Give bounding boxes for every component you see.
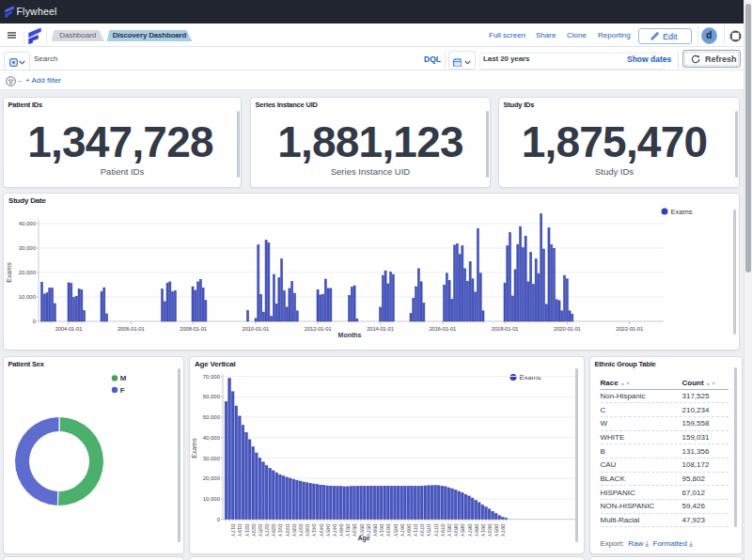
svg-text:2018-01-01: 2018-01-01 <box>492 326 519 332</box>
svg-text:047Y: 047Y <box>332 524 337 537</box>
svg-text:2014-01-01: 2014-01-01 <box>367 326 394 332</box>
svg-text:081Y: 081Y <box>446 524 452 537</box>
svg-text:2004-01-01: 2004-01-01 <box>55 326 83 332</box>
svg-text:025Y: 025Y <box>258 524 263 537</box>
svg-text:021Y: 021Y <box>244 524 250 537</box>
svg-text:50,000: 50,000 <box>203 414 221 420</box>
svg-text:077Y: 077Y <box>433 524 439 537</box>
svg-text:089Y: 089Y <box>474 524 479 537</box>
svg-text:2022-01-01: 2022-01-01 <box>616 326 643 332</box>
svg-text:059Y: 059Y <box>372 524 378 537</box>
svg-text:0: 0 <box>217 517 221 522</box>
svg-text:033Y: 033Y <box>285 524 290 537</box>
svg-text:10,000: 10,000 <box>19 294 37 300</box>
svg-text:F: F <box>120 386 125 395</box>
svg-text:085Y: 085Y <box>460 524 465 537</box>
svg-text:Months: Months <box>338 332 362 338</box>
svg-text:039Y: 039Y <box>305 524 310 537</box>
svg-text:043Y: 043Y <box>319 524 324 537</box>
svg-text:10,000: 10,000 <box>203 496 221 502</box>
svg-text:067Y: 067Y <box>400 524 405 537</box>
svg-text:069Y: 069Y <box>406 524 412 537</box>
svg-text:023Y: 023Y <box>251 524 257 537</box>
svg-text:031Y: 031Y <box>277 524 283 537</box>
svg-text:075Y: 075Y <box>426 524 431 537</box>
svg-text:Exams: Exams <box>6 262 12 283</box>
svg-text:073Y: 073Y <box>419 524 425 537</box>
svg-text:029Y: 029Y <box>271 524 276 537</box>
svg-text:2010-01-01: 2010-01-01 <box>243 326 270 332</box>
svg-text:30,000: 30,000 <box>19 245 37 251</box>
svg-text:Exams: Exams <box>520 373 541 381</box>
svg-text:40,000: 40,000 <box>19 221 37 226</box>
svg-text:095Y: 095Y <box>494 524 499 537</box>
svg-text:037Y: 037Y <box>298 524 304 537</box>
svg-text:093Y: 093Y <box>487 524 493 537</box>
svg-text:035Y: 035Y <box>291 524 297 537</box>
svg-text:2006-01-01: 2006-01-01 <box>118 326 145 332</box>
svg-text:0: 0 <box>33 319 37 324</box>
svg-text:079Y: 079Y <box>440 524 446 537</box>
svg-text:M: M <box>120 374 127 382</box>
svg-text:30,000: 30,000 <box>203 456 221 461</box>
svg-text:Exams: Exams <box>671 208 693 216</box>
svg-text:2008-01-01: 2008-01-01 <box>180 326 207 332</box>
svg-text:063Y: 063Y <box>385 524 391 537</box>
svg-text:40,000: 40,000 <box>203 435 221 441</box>
svg-text:2020-01-01: 2020-01-01 <box>554 326 581 332</box>
svg-text:20,000: 20,000 <box>203 475 221 481</box>
svg-text:Age: Age <box>357 535 369 542</box>
svg-text:Study Date: Study Date <box>8 196 47 205</box>
svg-text:071Y: 071Y <box>413 524 418 537</box>
svg-text:083Y: 083Y <box>453 524 459 537</box>
svg-text:027Y: 027Y <box>264 524 270 537</box>
svg-text:2012-01-01: 2012-01-01 <box>305 326 332 332</box>
svg-text:041Y: 041Y <box>311 524 317 537</box>
svg-text:097Y: 097Y <box>500 524 506 537</box>
svg-text:20,000: 20,000 <box>19 270 37 275</box>
svg-text:091Y: 091Y <box>480 524 486 537</box>
svg-text:70,000: 70,000 <box>203 374 221 380</box>
svg-text:049Y: 049Y <box>338 524 344 537</box>
svg-text:60,000: 60,000 <box>203 394 221 399</box>
svg-text:045Y: 045Y <box>325 524 331 537</box>
svg-text:Exams: Exams <box>191 438 197 459</box>
svg-text:061Y: 061Y <box>379 524 384 537</box>
svg-text:051Y: 051Y <box>345 524 351 537</box>
svg-text:065Y: 065Y <box>393 524 399 537</box>
svg-text:087Y: 087Y <box>467 524 473 537</box>
svg-text:Age Vertical: Age Vertical <box>195 360 235 368</box>
svg-text:2016-01-01: 2016-01-01 <box>429 326 456 332</box>
svg-text:017Y: 017Y <box>230 524 236 537</box>
svg-text:019Y: 019Y <box>237 524 243 537</box>
